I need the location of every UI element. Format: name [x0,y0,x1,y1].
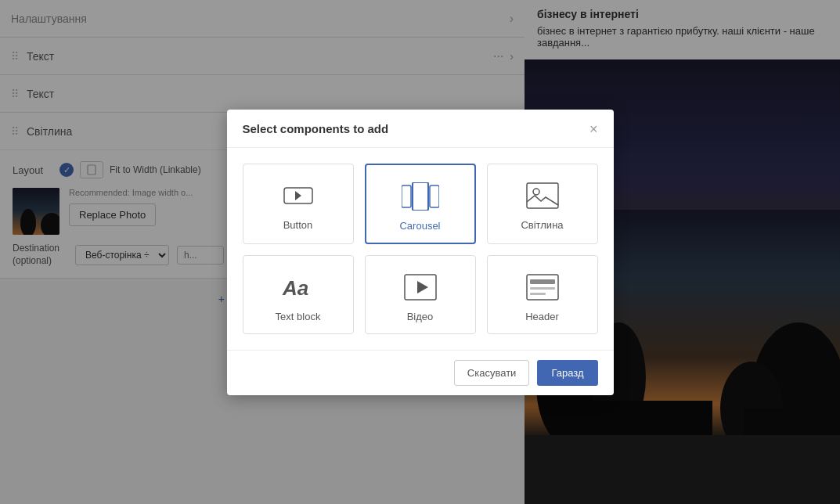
svg-rect-23 [530,293,546,295]
modal-body: Button Carousel [227,148,614,350]
ok-button[interactable]: Гаразд [537,360,597,386]
svitlyna-component-icon [524,180,561,211]
component-card-header[interactable]: Header [487,255,598,334]
cancel-button[interactable]: Скасувати [454,360,530,386]
component-card-textblock[interactable]: Aa Text block [243,255,354,334]
header-component-icon [524,272,561,303]
svg-rect-22 [530,287,555,290]
modal-footer: Скасувати Гаразд [227,350,614,395]
carousel-component-label: Carousel [399,220,440,232]
modal-title: Select components to add [243,122,389,135]
modal-close-button[interactable]: × [589,122,598,136]
video-component-icon [402,272,439,303]
component-card-carousel[interactable]: Carousel [365,164,476,244]
modal-overlay: Select components to add × Button [0,0,840,504]
modal-header: Select components to add × [227,110,614,148]
svg-rect-14 [430,185,439,207]
svg-rect-13 [413,182,428,211]
textblock-component-icon: Aa [279,272,317,303]
video-component-label: Відео [407,311,434,322]
textblock-component-label: Text block [276,311,321,322]
svg-rect-15 [527,183,558,208]
component-card-video[interactable]: Відео [365,255,476,334]
select-components-modal: Select components to add × Button [227,110,614,395]
svg-point-16 [533,189,539,195]
svg-rect-21 [530,279,555,284]
svitlyna-component-label: Світлина [521,219,563,231]
svg-text:Aa: Aa [282,276,308,300]
button-component-icon [279,180,317,211]
svg-marker-19 [417,281,428,293]
svg-rect-12 [402,185,411,207]
header-component-label: Header [525,311,559,322]
component-card-svitlyna[interactable]: Світлина [487,164,598,244]
carousel-component-icon [402,181,439,212]
component-card-button[interactable]: Button [243,164,354,244]
button-component-label: Button [283,219,313,231]
